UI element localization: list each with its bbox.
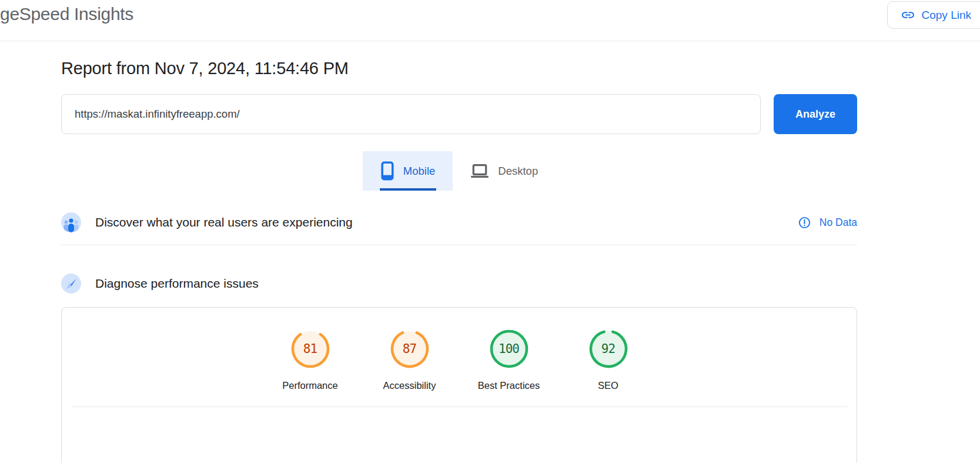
- accessibility-score-label: Accessibility: [383, 380, 436, 391]
- lab-report-card: 81 Performance 87 Accessibility: [61, 307, 857, 463]
- active-tab-indicator: [380, 188, 436, 191]
- best-practices-score-label: Best Practices: [478, 380, 540, 391]
- lab-data-section: Diagnose performance issues: [61, 274, 857, 294]
- desktop-laptop-icon: [470, 164, 489, 179]
- device-tabs: Mobile Desktop: [61, 151, 857, 191]
- score-best-practices[interactable]: 100 Best Practices: [459, 329, 558, 391]
- seo-score-gauge: 92: [588, 329, 628, 369]
- app-header: geSpeed Insights Copy Link: [0, 0, 980, 41]
- performance-score-gauge: 81: [290, 329, 330, 369]
- copy-link-label: Copy Link: [922, 9, 972, 22]
- field-data-heading: Discover what your real users are experi…: [95, 215, 353, 229]
- performance-gauge-icon: [61, 274, 81, 294]
- field-data-section: Discover what your real users are experi…: [61, 212, 857, 245]
- performance-score-value: 81: [290, 329, 330, 369]
- score-accessibility[interactable]: 87 Accessibility: [360, 329, 459, 391]
- real-users-icon: [61, 212, 81, 232]
- main-content: Report from Nov 7, 2024, 11:54:46 PM Ana…: [61, 59, 857, 463]
- no-data-link[interactable]: No Data: [798, 216, 857, 229]
- tab-desktop[interactable]: Desktop: [453, 151, 556, 191]
- accessibility-score-value: 87: [390, 329, 430, 369]
- seo-score-value: 92: [588, 329, 628, 369]
- mobile-phone-icon: [380, 161, 394, 181]
- best-practices-score-gauge: 100: [489, 329, 529, 369]
- app-title: geSpeed Insights: [0, 1, 133, 27]
- tab-desktop-label: Desktop: [498, 165, 538, 178]
- performance-score-label: Performance: [282, 380, 337, 391]
- tab-mobile[interactable]: Mobile: [363, 151, 453, 191]
- info-icon: [798, 216, 811, 229]
- report-heading: Report from Nov 7, 2024, 11:54:46 PM: [61, 59, 857, 78]
- accessibility-score-gauge: 87: [390, 329, 430, 369]
- lab-data-heading: Diagnose performance issues: [95, 277, 259, 291]
- pagespeed-insights-app: geSpeed Insights Copy Link Report from N…: [0, 0, 980, 463]
- card-divider: [71, 407, 847, 407]
- tab-mobile-label: Mobile: [403, 165, 436, 178]
- category-scores: 81 Performance 87 Accessibility: [62, 308, 857, 391]
- best-practices-score-value: 100: [489, 329, 529, 369]
- copy-link-button[interactable]: Copy Link: [887, 1, 980, 29]
- score-performance[interactable]: 81 Performance: [260, 329, 360, 391]
- analyze-form: Analyze: [61, 94, 857, 134]
- seo-score-label: SEO: [598, 380, 618, 391]
- score-seo[interactable]: 92 SEO: [558, 329, 658, 391]
- url-input[interactable]: [61, 94, 761, 134]
- link-icon: [901, 8, 915, 22]
- no-data-label: No Data: [820, 216, 857, 229]
- analyze-button[interactable]: Analyze: [774, 94, 857, 134]
